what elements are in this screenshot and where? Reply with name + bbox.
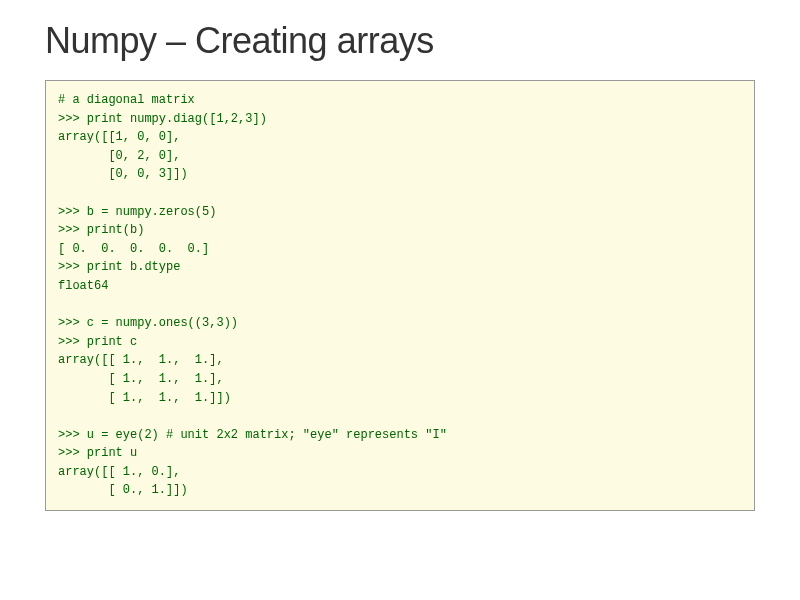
code-block: # a diagonal matrix >>> print numpy.diag… <box>45 80 755 511</box>
code-line: array([[ 1., 0.], <box>58 465 180 479</box>
code-line: [0, 2, 0], <box>58 149 180 163</box>
slide-title: Numpy – Creating arrays <box>45 20 755 62</box>
code-line: array([[ 1., 1., 1.], <box>58 353 224 367</box>
code-line: [ 1., 1., 1.], <box>58 372 224 386</box>
code-line: # a diagonal matrix <box>58 93 195 107</box>
code-line: >>> u = eye(2) # unit 2x2 matrix; "eye" … <box>58 428 447 442</box>
code-line: [0, 0, 3]]) <box>58 167 188 181</box>
code-line: >>> c = numpy.ones((3,3)) <box>58 316 238 330</box>
code-line: float64 <box>58 279 108 293</box>
code-line: >>> b = numpy.zeros(5) <box>58 205 216 219</box>
code-line: >>> print c <box>58 335 137 349</box>
code-line: [ 0., 1.]]) <box>58 483 188 497</box>
code-line: >>> print u <box>58 446 137 460</box>
code-line: array([[1, 0, 0], <box>58 130 180 144</box>
code-line: >>> print(b) <box>58 223 144 237</box>
code-line: >>> print numpy.diag([1,2,3]) <box>58 112 267 126</box>
code-line: [ 1., 1., 1.]]) <box>58 391 231 405</box>
code-line: >>> print b.dtype <box>58 260 180 274</box>
code-line: [ 0. 0. 0. 0. 0.] <box>58 242 209 256</box>
